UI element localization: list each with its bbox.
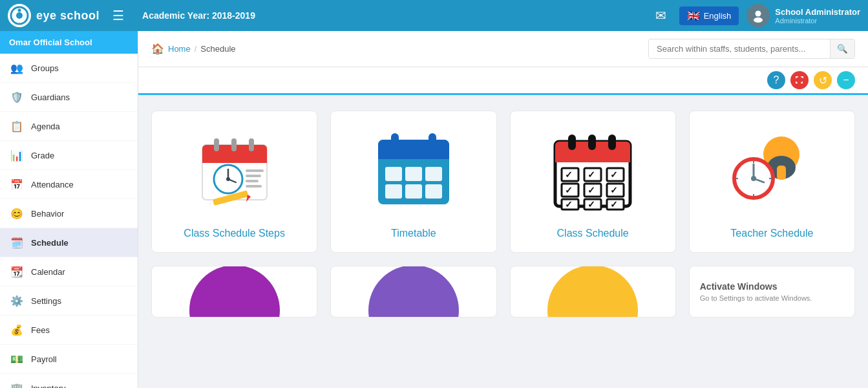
user-details: School Administrator Administrator <box>775 7 860 25</box>
svg-rect-18 <box>246 185 262 188</box>
svg-rect-37 <box>588 135 596 150</box>
sidebar-label-groups: Groups <box>31 63 59 73</box>
card-partial-1[interactable] <box>151 266 317 318</box>
card-class-schedule[interactable]: ✓ ✓ ✓ ✓ ✓ ✓ <box>510 111 676 253</box>
behavior-icon: 😊 <box>9 206 25 221</box>
cards-grid: Class Schedule Steps <box>151 111 855 253</box>
user-info[interactable]: School Administrator Administrator <box>746 4 860 27</box>
topbar: eye school ☰ Academic Year: 2018-2019 ✉ … <box>0 0 868 31</box>
home-icon: 🏠 <box>151 43 164 55</box>
expand-icon[interactable] <box>790 71 809 89</box>
sidebar-item-settings[interactable]: ⚙️ Settings <box>0 286 138 316</box>
svg-rect-30 <box>385 184 402 199</box>
svg-text:✓: ✓ <box>610 169 618 180</box>
inventory-icon: 🏢 <box>9 380 25 388</box>
hamburger-icon[interactable]: ☰ <box>112 8 124 23</box>
svg-rect-24 <box>378 150 449 159</box>
cards-grid-bottom: Activate Windows Go to Settings to activ… <box>151 266 855 318</box>
svg-marker-21 <box>209 200 213 206</box>
svg-text:✓: ✓ <box>587 199 595 210</box>
svg-rect-17 <box>246 180 259 182</box>
sidebar-label-attendance: Attendance <box>31 180 74 189</box>
svg-rect-26 <box>429 133 436 147</box>
sidebar-label-guardians: Guardians <box>31 92 70 102</box>
calendar-icon: 📆 <box>9 264 25 279</box>
minimize-icon[interactable]: − <box>837 71 855 89</box>
svg-rect-60 <box>777 166 786 180</box>
settings-icon: ⚙️ <box>9 293 25 308</box>
svg-rect-31 <box>405 184 422 199</box>
refresh-icon[interactable]: ↺ <box>814 71 832 89</box>
card-partial-2[interactable] <box>330 266 496 318</box>
sidebar-item-grade[interactable]: 📊 Grade <box>0 141 138 170</box>
card-icon-area-2 <box>368 124 459 217</box>
academic-year: Academic Year: 2018-2019 <box>142 10 255 21</box>
svg-text:✓: ✓ <box>610 185 618 195</box>
card-icon-area-4 <box>726 124 817 217</box>
sidebar-label-inventory: Inventory <box>31 383 65 389</box>
payroll-icon: 💵 <box>9 351 25 367</box>
action-bar: ? ↺ − <box>138 67 868 95</box>
logo-circle <box>8 4 31 27</box>
card-label-4: Teacher Schedule <box>730 228 813 239</box>
svg-text:✓: ✓ <box>587 185 595 195</box>
breadcrumb-home-link[interactable]: Home <box>168 44 191 54</box>
svg-rect-9 <box>231 138 237 151</box>
user-role: Administrator <box>775 17 860 25</box>
search-input[interactable] <box>649 40 830 58</box>
breadcrumb: 🏠 Home / Schedule <box>151 43 236 55</box>
schedule-icon: 🗓️ <box>9 235 25 250</box>
content-area: 🏠 Home / Schedule 🔍 ? ↺ − <box>138 31 868 388</box>
sidebar-item-attendance[interactable]: 📅 Attendance <box>0 170 138 199</box>
sidebar-label-grade: Grade <box>31 151 54 160</box>
card-class-schedule-steps[interactable]: Class Schedule Steps <box>151 111 317 253</box>
svg-rect-27 <box>385 167 402 181</box>
search-button[interactable]: 🔍 <box>830 39 854 58</box>
svg-rect-10 <box>249 138 254 151</box>
grade-icon: 📊 <box>9 147 25 163</box>
sidebar-item-behavior[interactable]: 😊 Behavior <box>0 199 138 228</box>
guardians-icon: 🛡️ <box>9 89 25 105</box>
school-name: Omar Official School <box>0 31 138 54</box>
language-label: English <box>704 11 732 21</box>
svg-text:✓: ✓ <box>565 169 573 180</box>
sidebar-item-agenda[interactable]: 📋 Agenda <box>0 112 138 141</box>
groups-icon: 👥 <box>9 60 25 76</box>
svg-rect-25 <box>391 133 399 147</box>
svg-rect-36 <box>568 135 576 150</box>
svg-point-4 <box>754 17 763 23</box>
sidebar-item-fees[interactable]: 💰 Fees <box>0 316 138 345</box>
sidebar-item-calendar[interactable]: 📆 Calendar <box>0 257 138 286</box>
activate-subtitle: Go to Settings to activate Windows. <box>700 294 844 302</box>
sidebar-label-settings: Settings <box>31 296 61 306</box>
mail-icon[interactable]: ✉ <box>655 8 666 23</box>
scroll-content: Class Schedule Steps <box>138 95 868 388</box>
main-layout: Omar Official School 👥 Groups 🛡️ Guardia… <box>0 31 868 388</box>
help-icon[interactable]: ? <box>767 71 785 89</box>
svg-rect-32 <box>425 184 442 199</box>
svg-point-2 <box>18 9 21 12</box>
app-title: eye school <box>36 9 100 23</box>
sidebar-label-fees: Fees <box>31 325 50 335</box>
activate-windows-overlay: Activate Windows Go to Settings to activ… <box>689 266 855 318</box>
sidebar-item-guardians[interactable]: 🛡️ Guardians <box>0 83 138 112</box>
card-label-3: Class Schedule <box>557 228 629 239</box>
svg-rect-28 <box>405 167 422 181</box>
svg-rect-38 <box>608 135 616 150</box>
sidebar-item-groups[interactable]: 👥 Groups <box>0 54 138 83</box>
card-timetable[interactable]: Timetable <box>330 111 496 253</box>
search-bar: 🔍 <box>648 39 855 59</box>
sidebar-item-schedule[interactable]: 🗓️ Schedule <box>0 228 138 257</box>
card-label-1: Class Schedule Steps <box>184 228 285 239</box>
card-teacher-schedule[interactable]: Teacher Schedule <box>689 111 855 253</box>
sidebar-item-payroll[interactable]: 💵 Payroll <box>0 345 138 374</box>
card-partial-3[interactable] <box>510 266 676 318</box>
sidebar-label-payroll: Payroll <box>31 354 57 364</box>
sidebar-item-inventory[interactable]: 🏢 Inventory <box>0 374 138 388</box>
flag-icon: 🇬🇧 <box>687 10 700 22</box>
breadcrumb-bar: 🏠 Home / Schedule 🔍 <box>138 31 868 67</box>
fees-icon: 💰 <box>9 322 25 338</box>
svg-text:✓: ✓ <box>565 199 573 210</box>
activate-title: Activate Windows <box>700 281 844 292</box>
language-button[interactable]: 🇬🇧 English <box>679 6 739 25</box>
